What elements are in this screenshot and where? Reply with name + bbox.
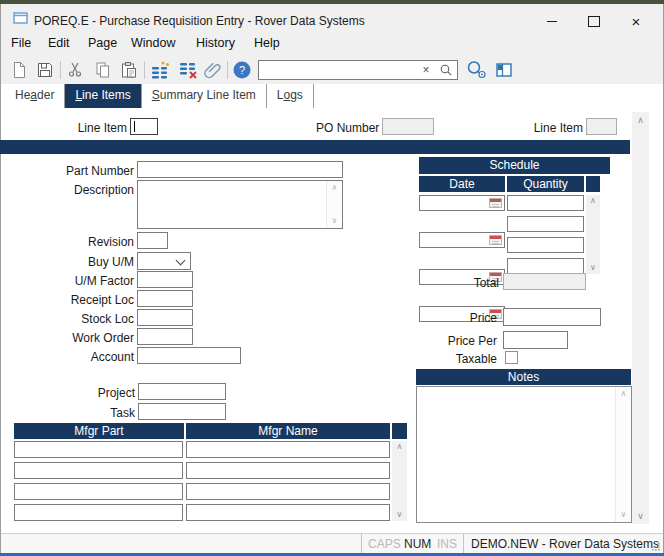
revision-input[interactable] xyxy=(137,232,168,249)
clear-search-icon[interactable]: × xyxy=(419,62,433,78)
notes-scrollbar[interactable]: ∧ ∨ xyxy=(615,387,631,522)
schedule-date-input[interactable] xyxy=(419,232,505,248)
schedule-quantity-input[interactable] xyxy=(507,195,584,211)
delete-line-button[interactable] xyxy=(176,58,200,82)
menu-file[interactable]: File xyxy=(11,30,31,57)
cut-icon xyxy=(65,59,87,81)
scroll-down-icon[interactable]: ∨ xyxy=(616,509,631,521)
scroll-up-icon[interactable]: ∧ xyxy=(586,195,600,207)
mfgr-part-input[interactable] xyxy=(14,483,183,500)
mfgr-part-input[interactable] xyxy=(14,441,183,458)
section-divider xyxy=(0,140,630,154)
main-scrollbar[interactable]: ∧ ∨ xyxy=(632,112,649,524)
date-picker-button[interactable] xyxy=(489,198,502,208)
status-message: DEMO.NEW - Rover Data Systems xyxy=(471,537,659,551)
schedule-quantity-input[interactable] xyxy=(507,258,584,274)
scroll-down-icon[interactable]: ∨ xyxy=(586,262,600,274)
total-input xyxy=(503,273,586,290)
status-separator xyxy=(361,534,362,553)
price-per-input[interactable] xyxy=(503,331,568,349)
task-input[interactable] xyxy=(138,403,226,420)
po-number-label: PO Number xyxy=(316,121,378,135)
lookup-icon xyxy=(465,59,489,81)
attachment-button[interactable] xyxy=(201,58,225,82)
line-item-input[interactable] xyxy=(130,118,158,135)
menu-page[interactable]: Page xyxy=(88,30,117,57)
save-button[interactable] xyxy=(33,58,57,82)
menu-bar: File Edit Page Window History Help xyxy=(1,30,663,57)
schedule-scrollbar[interactable]: ∧ ∨ xyxy=(586,195,600,274)
scroll-up-icon[interactable]: ∧ xyxy=(392,441,407,453)
help-button[interactable]: ? xyxy=(230,58,254,82)
mfgr-name-input[interactable] xyxy=(186,441,390,458)
scroll-down-icon[interactable]: ∨ xyxy=(327,215,342,227)
mfgr-scrollbar[interactable]: ∧ ∨ xyxy=(392,441,407,521)
menu-window[interactable]: Window xyxy=(131,30,175,57)
window-resize-grip[interactable] xyxy=(650,541,661,555)
scroll-down-icon[interactable]: ∨ xyxy=(392,509,407,521)
ins-indicator: INS xyxy=(437,537,457,551)
notes-textarea[interactable]: ∧ ∨ xyxy=(416,386,632,523)
menu-help[interactable]: Help xyxy=(254,30,280,57)
search-icon[interactable] xyxy=(439,63,453,80)
mfgr-part-input[interactable] xyxy=(14,504,183,521)
taxable-checkbox[interactable] xyxy=(505,351,518,364)
insert-line-button[interactable] xyxy=(148,58,172,82)
copy-button[interactable] xyxy=(91,58,115,82)
description-textarea[interactable]: ∧ ∨ xyxy=(137,180,343,229)
mfgr-name-input[interactable] xyxy=(186,462,390,479)
part-number-input[interactable] xyxy=(137,161,343,178)
app-icon xyxy=(13,11,29,28)
scroll-down-icon[interactable]: ∨ xyxy=(632,508,649,524)
menu-edit[interactable]: Edit xyxy=(48,30,70,57)
paste-button[interactable] xyxy=(117,58,141,82)
insert-row-icon xyxy=(149,59,171,81)
um-factor-input[interactable] xyxy=(137,271,193,288)
lookup-button[interactable] xyxy=(465,58,489,82)
price-input[interactable] xyxy=(503,308,601,326)
calendar-icon xyxy=(489,198,502,208)
description-scrollbar[interactable]: ∧ ∨ xyxy=(326,181,342,228)
mfgr-name-input[interactable] xyxy=(186,483,390,500)
mfgr-part-input[interactable] xyxy=(14,462,183,479)
mfgr-name-input[interactable] xyxy=(186,504,390,521)
menu-history[interactable]: History xyxy=(196,30,235,57)
svg-text:?: ? xyxy=(239,64,245,76)
stock-loc-label: Stock Loc xyxy=(34,312,134,326)
title-bar: POREQ.E - Purchase Requisition Entry - R… xyxy=(1,4,663,30)
buy-um-select[interactable] xyxy=(137,252,191,270)
scroll-up-icon[interactable]: ∧ xyxy=(327,182,342,194)
schedule-quantity-input[interactable] xyxy=(507,216,584,232)
new-document-button[interactable] xyxy=(7,58,31,82)
tab-summary-line-item[interactable]: Summary Line Item xyxy=(142,84,267,108)
scroll-up-icon[interactable]: ∧ xyxy=(616,388,631,400)
scroll-up-icon[interactable]: ∧ xyxy=(632,112,649,128)
notes-header: Notes xyxy=(416,369,631,385)
save-icon xyxy=(34,59,56,81)
project-input[interactable] xyxy=(138,383,226,400)
schedule-quantity-input[interactable] xyxy=(507,237,584,253)
tab-line-items[interactable]: Line Items xyxy=(65,84,141,108)
schedule-quantity-column-header: Quantity xyxy=(507,176,584,192)
work-order-input[interactable] xyxy=(137,328,193,345)
price-per-label: Price Per xyxy=(397,334,497,348)
toolbar-separator xyxy=(144,61,145,79)
layout-button[interactable] xyxy=(492,58,516,82)
copy-icon xyxy=(92,59,114,81)
mfgr-corner-header xyxy=(392,423,407,439)
status-bar: CAPS NUM INS DEMO.NEW - Rover Data Syste… xyxy=(1,533,663,553)
cut-button[interactable] xyxy=(64,58,88,82)
tab-logs[interactable]: Logs xyxy=(267,84,314,108)
account-input[interactable] xyxy=(137,347,241,364)
stock-loc-input[interactable] xyxy=(137,309,193,326)
help-icon: ? xyxy=(231,59,253,81)
caps-indicator: CAPS xyxy=(368,537,401,551)
receipt-loc-input[interactable] xyxy=(137,290,193,307)
maximize-icon xyxy=(588,16,600,27)
date-picker-button[interactable] xyxy=(489,235,502,245)
search-input[interactable] xyxy=(261,62,425,80)
schedule-date-input[interactable] xyxy=(419,195,505,211)
line-item2-input xyxy=(586,118,617,135)
task-label: Task xyxy=(35,406,135,420)
tab-header[interactable]: Header xyxy=(5,84,65,108)
